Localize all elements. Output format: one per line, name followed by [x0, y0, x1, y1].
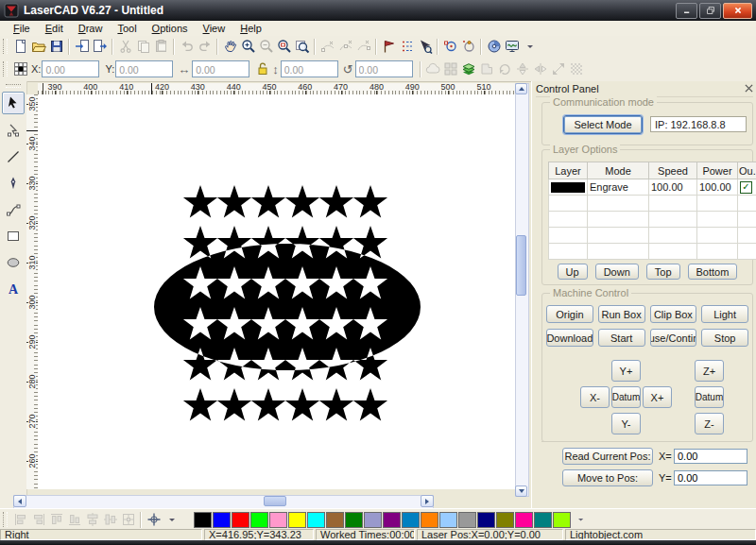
- menu-draw[interactable]: Draw: [71, 22, 111, 35]
- export-icon[interactable]: [91, 38, 109, 56]
- menu-view[interactable]: View: [196, 22, 233, 35]
- palette-color[interactable]: [421, 512, 438, 528]
- palette-more-icon[interactable]: [576, 514, 587, 525]
- light-button[interactable]: Light: [701, 305, 748, 323]
- layer-col-3[interactable]: Power: [697, 162, 738, 179]
- dropdown-icon[interactable]: [163, 511, 180, 529]
- menu-file[interactable]: File: [6, 22, 38, 35]
- simulate-icon[interactable]: [485, 38, 503, 56]
- layer-power[interactable]: 100.00: [697, 179, 738, 196]
- scroll-right-button[interactable]: [421, 495, 434, 507]
- read-current-pos-button[interactable]: Read Current Pos:: [562, 448, 653, 465]
- control-panel-close-icon[interactable]: [743, 82, 755, 94]
- layer-row[interactable]: Engrave100.00100.00✓: [549, 179, 756, 196]
- vertical-scroll-thumb[interactable]: [516, 235, 526, 296]
- transform-field-2[interactable]: [192, 60, 249, 77]
- palette-color[interactable]: [213, 512, 231, 528]
- vertical-scrollbar[interactable]: [515, 83, 529, 497]
- close-button[interactable]: [723, 3, 752, 19]
- palette-color[interactable]: [288, 512, 306, 528]
- palette-color[interactable]: [269, 512, 287, 528]
- palette-color[interactable]: [345, 512, 363, 528]
- palette-color[interactable]: [232, 512, 249, 528]
- new-icon[interactable]: [11, 38, 29, 56]
- pen-tool-icon[interactable]: [3, 173, 24, 194]
- node-tool-icon[interactable]: [3, 120, 24, 141]
- jog-x-plus-button[interactable]: X+: [643, 386, 672, 408]
- up-button[interactable]: Up: [558, 264, 588, 280]
- restore-button[interactable]: [699, 3, 721, 19]
- zoom-in-icon[interactable]: [239, 38, 257, 56]
- lock-icon[interactable]: [253, 60, 271, 78]
- toolbar-grip[interactable]: [3, 61, 8, 77]
- jog-x-minus-button[interactable]: X-: [580, 386, 610, 408]
- anchor-icon[interactable]: [11, 60, 29, 78]
- node-list-icon[interactable]: [398, 38, 416, 56]
- palette-color[interactable]: [364, 512, 382, 528]
- scroll-down-button[interactable]: [515, 485, 527, 497]
- jog-datum-xy-button[interactable]: Datum: [611, 386, 641, 408]
- layer-table[interactable]: LayerModeSpeedPowerOu...Engrave100.00100…: [548, 162, 756, 260]
- palette-color[interactable]: [553, 512, 571, 528]
- menu-edit[interactable]: Edit: [38, 22, 71, 35]
- move-to-pos-button[interactable]: Move to Pos:: [562, 469, 653, 486]
- dropdown-icon[interactable]: [521, 38, 539, 56]
- layer-speed[interactable]: 100.00: [649, 179, 697, 196]
- horizontal-scrollbar[interactable]: [13, 495, 434, 509]
- x-pos-field[interactable]: [674, 449, 747, 464]
- menu-options[interactable]: Options: [145, 22, 196, 35]
- menu-tool[interactable]: Tool: [110, 22, 144, 35]
- layers-icon[interactable]: [460, 60, 478, 78]
- layer-mode[interactable]: Engrave: [588, 179, 649, 196]
- jog-datum-z-button[interactable]: Datum: [695, 386, 724, 408]
- select-icon[interactable]: [2, 92, 25, 114]
- zoom-all-icon[interactable]: [293, 38, 311, 56]
- bezier-tool-icon[interactable]: [3, 199, 24, 220]
- transform-field-0[interactable]: [42, 60, 99, 77]
- pause-continue-button[interactable]: Pause/Continue: [650, 329, 697, 347]
- layer-col-2[interactable]: Speed: [649, 162, 697, 179]
- transform-field-4[interactable]: [281, 60, 338, 77]
- layer-color-swatch[interactable]: [551, 182, 585, 193]
- scroll-up-button[interactable]: [515, 83, 527, 94]
- open-icon[interactable]: [29, 38, 47, 56]
- rect-tool-icon[interactable]: [3, 226, 24, 247]
- palette-color[interactable]: [326, 512, 344, 528]
- palette-color[interactable]: [307, 512, 325, 528]
- import-icon[interactable]: [73, 38, 91, 56]
- pan-icon[interactable]: [221, 38, 239, 56]
- drawing-canvas[interactable]: [38, 94, 515, 489]
- toolbar-grip[interactable]: [3, 39, 8, 54]
- monitor-icon[interactable]: [503, 38, 521, 56]
- star-ellipse-artwork[interactable]: [38, 94, 515, 489]
- ellipse-tool-icon[interactable]: [3, 252, 24, 273]
- palette-color[interactable]: [383, 512, 401, 528]
- minimize-button[interactable]: [676, 3, 697, 19]
- clip-box-button[interactable]: Clip Box: [650, 305, 697, 323]
- palette-color[interactable]: [194, 512, 212, 528]
- horizontal-scroll-thumb[interactable]: [264, 496, 286, 506]
- palette-color[interactable]: [515, 512, 533, 528]
- y-pos-field[interactable]: [674, 470, 747, 485]
- circle-b-icon[interactable]: [459, 38, 477, 56]
- circle-a-icon[interactable]: [441, 38, 459, 56]
- pick-flag-icon[interactable]: [380, 38, 398, 56]
- palette-color[interactable]: [496, 512, 514, 528]
- zoom-select-icon[interactable]: [275, 38, 293, 56]
- layer-col-1[interactable]: Mode: [588, 162, 649, 179]
- transform-field-5[interactable]: [355, 60, 413, 77]
- down-button[interactable]: Down: [595, 264, 639, 280]
- select-mode-button[interactable]: Select Mode: [563, 115, 643, 134]
- line-tool-icon[interactable]: [3, 146, 24, 167]
- download-button[interactable]: Download: [546, 329, 593, 347]
- scroll-left-button[interactable]: [13, 495, 26, 507]
- jog-z-minus-button[interactable]: Z-: [695, 413, 724, 434]
- run-box-button[interactable]: Run Box: [598, 305, 645, 323]
- palette-color[interactable]: [477, 512, 495, 528]
- palette-color[interactable]: [458, 512, 476, 528]
- palette-color[interactable]: [402, 512, 420, 528]
- jog-z-plus-button[interactable]: Z+: [695, 360, 724, 382]
- palette-color[interactable]: [439, 512, 457, 528]
- top-button[interactable]: Top: [646, 264, 680, 280]
- jog-y-minus-button[interactable]: Y-: [611, 413, 641, 434]
